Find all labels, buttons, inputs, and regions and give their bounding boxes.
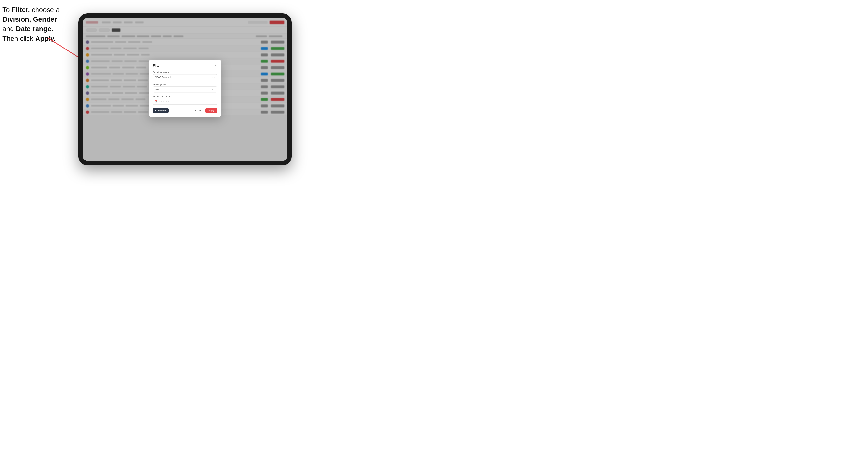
date-label: Select Date range (153, 95, 217, 98)
tablet-screen: Filter × Select a division NCAA Division… (83, 18, 287, 161)
instruction-line4: Then click (2, 35, 35, 42)
date-input-wrapper[interactable]: 📅 (153, 99, 217, 105)
instruction-filter-bold: Filter, (11, 6, 30, 13)
instruction-panel: To Filter, choose a Division, Gender and… (2, 5, 73, 43)
division-select-wrapper[interactable]: NCAA Division I NCAA Division II NCAA Di… (153, 74, 217, 80)
instruction-line3: and (2, 25, 16, 33)
modal-title: Filter (153, 64, 161, 67)
modal-footer: Clear filter Cancel Apply (153, 108, 217, 113)
tablet-frame: Filter × Select a division NCAA Division… (79, 13, 291, 165)
division-select[interactable]: NCAA Division I NCAA Division II NCAA Di… (153, 74, 217, 80)
instruction-apply-bold: Apply. (35, 35, 56, 42)
gender-form-group: Select gender Men Women × ⌄ (153, 83, 217, 92)
gender-select[interactable]: Men Women (153, 87, 217, 92)
modal-header: Filter × (153, 63, 217, 67)
apply-button[interactable]: Apply (205, 108, 217, 113)
cancel-button[interactable]: Cancel (194, 108, 203, 113)
division-form-group: Select a division NCAA Division I NCAA D… (153, 71, 217, 80)
date-input[interactable] (153, 99, 217, 105)
filter-modal: Filter × Select a division NCAA Division… (149, 60, 221, 117)
instruction-line2: choose a (30, 6, 60, 13)
instruction-line1: To (2, 6, 11, 13)
division-label: Select a division (153, 71, 217, 73)
modal-close-button[interactable]: × (213, 63, 217, 67)
clear-filter-button[interactable]: Clear filter (153, 108, 169, 113)
instruction-date-bold: Date range. (16, 25, 54, 33)
modal-footer-right: Cancel Apply (194, 108, 217, 113)
gender-select-wrapper[interactable]: Men Women × ⌄ (153, 87, 217, 92)
date-form-group: Select Date range 📅 (153, 95, 217, 105)
gender-label: Select gender (153, 83, 217, 86)
instruction-division-bold: Division, Gender (2, 15, 57, 23)
